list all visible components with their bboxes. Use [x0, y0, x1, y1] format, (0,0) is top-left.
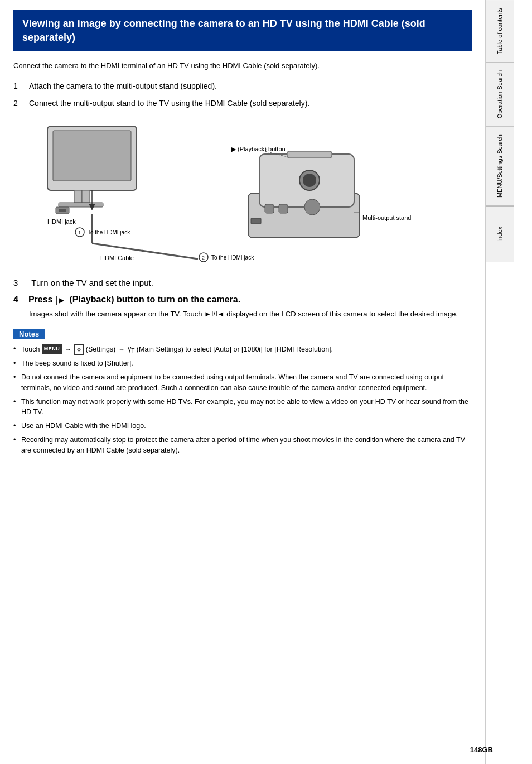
settings-icon: ⚙ — [74, 344, 84, 355]
svg-point-17 — [303, 174, 316, 187]
step-3-number: 3 — [13, 277, 18, 290]
arrow-icon-2: → — [119, 345, 125, 354]
step-2: 2 Connect the multi-output stand to the … — [13, 98, 472, 109]
note-item-3: Do not connect the camera and equipment … — [13, 372, 472, 393]
step-4-header: 4 Press ▶ (Playback) button to turn on t… — [13, 295, 472, 305]
svg-rect-19 — [265, 204, 274, 213]
svg-text:To the HDMI jack: To the HDMI jack — [211, 254, 254, 261]
sidebar-tab-index-label: Index — [496, 227, 504, 242]
notes-label: Notes — [13, 329, 45, 339]
svg-rect-2 — [74, 190, 82, 203]
step-3: 3 Turn on the TV and set the input. — [13, 277, 472, 290]
sidebar-tab-operation[interactable]: Operation Search — [486, 63, 514, 127]
step-3-text: Turn on the TV and set the input. — [31, 277, 153, 290]
page-number: 148GB — [470, 746, 493, 754]
arrow-icon-1: → — [65, 345, 71, 354]
svg-text:▶ (Playback) button: ▶ (Playback) button — [231, 146, 286, 152]
svg-text:To the HDMI jack: To the HDMI jack — [88, 229, 130, 236]
page-header: Viewing an image by connecting the camer… — [13, 10, 472, 51]
step-4: 4 Press ▶ (Playback) button to turn on t… — [13, 295, 472, 320]
page-number-value: 148GB — [470, 746, 493, 754]
svg-text:HDMI Cable: HDMI Cable — [100, 254, 134, 261]
diagram: HDMI jack HDMI Cable 1 To the HDMI jack — [13, 121, 472, 266]
svg-text:2: 2 — [202, 255, 205, 261]
step-2-text: Connect the multi-output stand to the TV… — [29, 98, 472, 109]
svg-rect-1 — [53, 131, 131, 181]
svg-rect-4 — [59, 203, 103, 207]
step-1-text: Attach the camera to the multi-output st… — [29, 80, 472, 92]
sidebar-tab-toc-label: Table of contents — [496, 8, 504, 54]
sidebar-tab-toc[interactable]: Table of contents — [486, 0, 514, 63]
step-1-number: 1 — [13, 80, 22, 92]
note-item-5: Use an HDMI Cable with the HDMI logo. — [13, 421, 472, 431]
notes-list: Touch MENU → ⚙ (Settings) → γT (Main Set… — [13, 344, 472, 455]
svg-text:1: 1 — [78, 230, 81, 236]
notes-section: Notes Touch MENU → ⚙ (Settings) → γT (Ma… — [13, 329, 472, 455]
note-item-4: This function may not work properly with… — [13, 397, 472, 418]
step-1: 1 Attach the camera to the multi-output … — [13, 80, 472, 92]
step-4-number: 4 — [13, 295, 18, 305]
svg-text:Multi-output stand: Multi-output stand — [362, 214, 411, 221]
sidebar-tab-operation-label: Operation Search — [496, 70, 504, 118]
step-4-subtext: Images shot with the camera appear on th… — [29, 309, 472, 320]
step-2-number: 2 — [13, 98, 22, 109]
header-title: Viewing an image by connecting the camer… — [22, 18, 425, 43]
intro-text: Connect the camera to the HDMI terminal … — [13, 60, 472, 71]
playback-icon: ▶ — [56, 296, 66, 305]
hdmi-jack-label: HDMI jack — [47, 218, 76, 225]
svg-point-21 — [304, 199, 320, 215]
sidebar: Table of contents Operation Search MENU/… — [485, 0, 514, 764]
svg-rect-20 — [279, 204, 288, 213]
note-item-1: Touch MENU → ⚙ (Settings) → γT (Main Set… — [13, 344, 472, 355]
sidebar-tab-index[interactable]: Index — [486, 206, 514, 262]
sidebar-tab-menu-label: MENU/Settings Search — [496, 134, 504, 198]
note-item-6: Recording may automatically stop to prot… — [13, 435, 472, 456]
svg-rect-18 — [287, 151, 332, 158]
note-item-2: The beep sound is fixed to [Shutter]. — [13, 358, 472, 369]
svg-rect-22 — [251, 218, 261, 224]
svg-rect-6 — [59, 209, 66, 212]
step-4-text2: (Playback) button to turn on the camera. — [70, 295, 241, 305]
menu-icon: MENU — [42, 344, 62, 354]
settings-icon2: γT — [128, 344, 134, 355]
step-4-press: Press — [28, 295, 53, 305]
sidebar-tab-menu[interactable]: MENU/Settings Search — [486, 127, 514, 206]
svg-rect-3 — [82, 190, 90, 203]
